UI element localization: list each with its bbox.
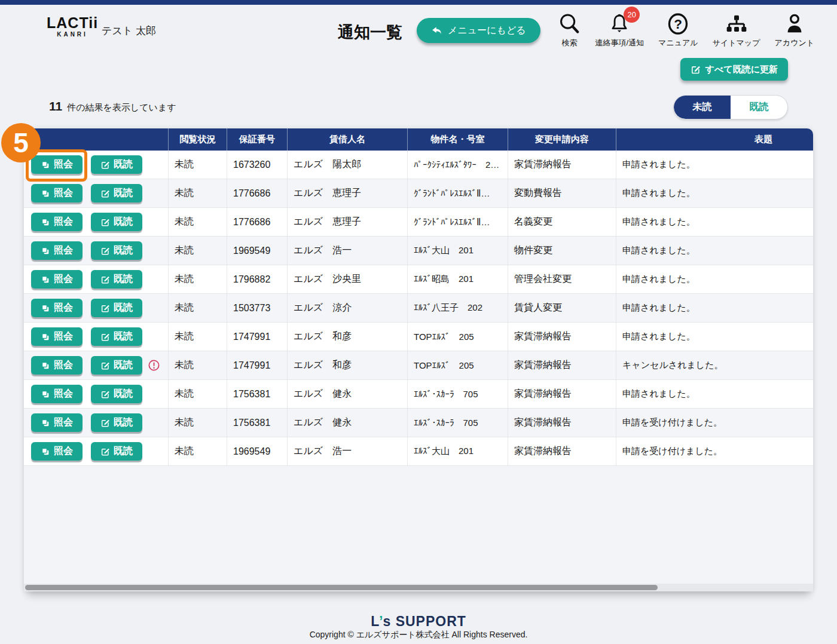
cell-guarantee-no: 1756381 bbox=[227, 380, 287, 409]
cell-tenant: エルズ 和彦 bbox=[287, 323, 407, 351]
nav-label-notifications: 連絡事項/通知 bbox=[595, 38, 644, 48]
cell-tenant: エルズ 恵理子 bbox=[287, 179, 407, 208]
mark-read-button[interactable]: 既読 bbox=[91, 241, 142, 260]
results-count: 11 bbox=[49, 99, 62, 114]
table-row: 照会既読 未読 1796882 エルズ 沙央里 ｴﾙｽﾞ昭島 201 管理会社変… bbox=[24, 265, 813, 294]
inquiry-button[interactable]: 照会 bbox=[31, 241, 83, 260]
back-to-menu-button[interactable]: メニューにもどる bbox=[417, 18, 540, 43]
cell-status: 未読 bbox=[168, 179, 227, 208]
cell-status: 未読 bbox=[168, 237, 227, 265]
cell-request: 名義変更 bbox=[508, 208, 616, 237]
cell-subject: 申請されました。 bbox=[616, 151, 813, 179]
back-to-menu-label: メニューにもどる bbox=[448, 24, 526, 37]
inquiry-button[interactable]: 照会 bbox=[31, 356, 83, 375]
horizontal-scrollbar[interactable] bbox=[24, 584, 813, 591]
app-header: LACTii KANRI テスト 太郎 通知一覧 メニューにもどる 検索 20 bbox=[0, 5, 837, 53]
mark-read-button[interactable]: 既読 bbox=[91, 385, 142, 403]
logo-line2: KANRI bbox=[47, 32, 98, 38]
nav-item-account[interactable]: アカウント bbox=[774, 11, 814, 48]
filter-read-tab[interactable]: 既読 bbox=[731, 96, 787, 119]
mark-read-button[interactable]: 既読 bbox=[91, 184, 142, 203]
cell-guarantee-no: 1503773 bbox=[227, 294, 287, 323]
table-row: 照会既読 未読 1503773 エルズ 涼介 ｴﾙｽﾞ八王子 202 賃貸人変更… bbox=[24, 294, 813, 323]
cell-tenant: エルズ 沙央里 bbox=[287, 265, 407, 294]
cell-subject: 申請されました。 bbox=[616, 208, 813, 237]
footer-logo: L’s SUPPORT bbox=[0, 614, 837, 629]
cell-subject: 申請されました。 bbox=[616, 294, 813, 323]
inquiry-button[interactable]: 照会 bbox=[31, 270, 83, 289]
table-row: 照会既読 未読 1747991 エルズ 和彦 TOPｴﾙｽﾞ 205 家賃滞納報… bbox=[24, 351, 813, 380]
cell-request: 家賃滞納報告 bbox=[508, 380, 616, 409]
inquiry-button[interactable]: 照会 bbox=[31, 184, 83, 203]
mark-read-button[interactable]: 既読 bbox=[91, 442, 142, 461]
cell-property: ｴﾙｽﾞ大山 201 bbox=[407, 437, 508, 466]
cell-subject: 申請されました。 bbox=[616, 179, 813, 208]
nav-item-manual[interactable]: ? マニュアル bbox=[658, 11, 698, 48]
cell-guarantee-no: 1776686 bbox=[227, 179, 287, 208]
nav-item-search[interactable]: 検索 bbox=[558, 11, 581, 48]
cell-subject: 申請されました。 bbox=[616, 237, 813, 265]
mark-all-read-button[interactable]: すべて既読に更新 bbox=[680, 58, 788, 81]
inquiry-button[interactable]: 照会 bbox=[31, 442, 83, 461]
cell-subject: キャンセルされました。 bbox=[616, 351, 813, 380]
annotation-step-circle: 5 bbox=[1, 123, 41, 162]
table-row: 照会既読 未読 1756381 エルズ 健永 ｴﾙｽﾞ･ｽｶｰﾗ 705 家賃滞… bbox=[24, 380, 813, 409]
col-header-actions bbox=[24, 128, 168, 151]
footer-copyright: Copyright © エルズサポート株式会社 All Rights Reser… bbox=[0, 630, 837, 640]
svg-text:?: ? bbox=[674, 17, 683, 32]
col-header-property: 物件名・号室 bbox=[407, 128, 508, 151]
mark-read-button[interactable]: 既読 bbox=[91, 155, 142, 174]
sitemap-icon bbox=[725, 11, 749, 36]
table-row: 照会既読 未読 1969549 エルズ 浩一 ｴﾙｽﾞ大山 201 物件変更 申… bbox=[24, 237, 813, 265]
reply-arrow-icon bbox=[431, 26, 442, 36]
cell-tenant: エルズ 健永 bbox=[287, 409, 407, 437]
inquiry-button[interactable]: 照会 bbox=[31, 213, 83, 231]
table-row: 照会既読 未読 1776686 エルズ 恵理子 ｸﾞﾗﾝﾄﾞﾊﾟﾚｽｴﾙｽﾞⅡ…… bbox=[24, 179, 813, 208]
cell-request: 賃貸人変更 bbox=[508, 294, 616, 323]
cell-property: TOPｴﾙｽﾞ 205 bbox=[407, 323, 508, 351]
cell-request: 家賃滞納報告 bbox=[508, 409, 616, 437]
cell-tenant: エルズ 涼介 bbox=[287, 294, 407, 323]
account-icon bbox=[783, 11, 806, 36]
cell-status: 未読 bbox=[168, 265, 227, 294]
mark-read-button[interactable]: 既読 bbox=[91, 270, 142, 289]
table-header-row: 閲覧状況 保証番号 賃借人名 物件名・号室 変更申請内容 表題 bbox=[24, 128, 813, 151]
mark-read-button[interactable]: 既読 bbox=[91, 413, 142, 432]
col-header-subject: 表題 bbox=[616, 128, 813, 151]
cell-tenant: エルズ 和彦 bbox=[287, 351, 407, 380]
cell-property: ｴﾙｽﾞ昭島 201 bbox=[407, 265, 508, 294]
cell-property: ｴﾙｽﾞ･ｽｶｰﾗ 705 bbox=[407, 409, 508, 437]
logged-in-username: テスト 太郎 bbox=[102, 24, 156, 38]
bell-icon: 20 bbox=[609, 11, 630, 36]
cell-property: ｸﾞﾗﾝﾄﾞﾊﾟﾚｽｴﾙｽﾞⅡ… bbox=[407, 208, 508, 237]
cell-property: ｴﾙｽﾞ八王子 202 bbox=[407, 294, 508, 323]
cell-status: 未読 bbox=[168, 294, 227, 323]
inquiry-button[interactable]: 照会 bbox=[31, 155, 83, 174]
inquiry-button[interactable]: 照会 bbox=[31, 385, 83, 403]
cell-subject: 申請を受け付けました。 bbox=[616, 437, 813, 466]
col-header-tenant: 賃借人名 bbox=[287, 128, 407, 151]
cell-guarantee-no: 1756381 bbox=[227, 409, 287, 437]
inquiry-button[interactable]: 照会 bbox=[31, 327, 83, 346]
mark-read-button[interactable]: 既読 bbox=[91, 213, 142, 231]
horizontal-scrollbar-thumb[interactable] bbox=[25, 585, 658, 590]
nav-label-manual: マニュアル bbox=[658, 38, 698, 48]
inquiry-button[interactable]: 照会 bbox=[31, 299, 83, 317]
filter-unread-tab[interactable]: 未読 bbox=[674, 96, 731, 119]
nav-item-notifications[interactable]: 20 連絡事項/通知 bbox=[595, 11, 644, 48]
cell-guarantee-no: 1969549 bbox=[227, 237, 287, 265]
notification-list-page: LACTii KANRI テスト 太郎 通知一覧 メニューにもどる 検索 20 bbox=[0, 0, 837, 644]
cell-guarantee-no: 1673260 bbox=[227, 151, 287, 179]
cell-guarantee-no: 1796882 bbox=[227, 265, 287, 294]
mark-read-button[interactable]: 既読 bbox=[91, 299, 142, 317]
nav-item-sitemap[interactable]: サイトマップ bbox=[713, 11, 760, 48]
cell-status: 未読 bbox=[168, 437, 227, 466]
inquiry-button[interactable]: 照会 bbox=[31, 413, 83, 432]
cell-status: 未読 bbox=[168, 380, 227, 409]
mark-read-button[interactable]: 既読 bbox=[91, 327, 142, 346]
page-title: 通知一覧 bbox=[338, 22, 402, 43]
cell-tenant: エルズ 浩一 bbox=[287, 237, 407, 265]
mark-read-button[interactable]: 既読 bbox=[91, 356, 142, 375]
cell-tenant: エルズ 浩一 bbox=[287, 437, 407, 466]
cell-request: 物件変更 bbox=[508, 237, 616, 265]
